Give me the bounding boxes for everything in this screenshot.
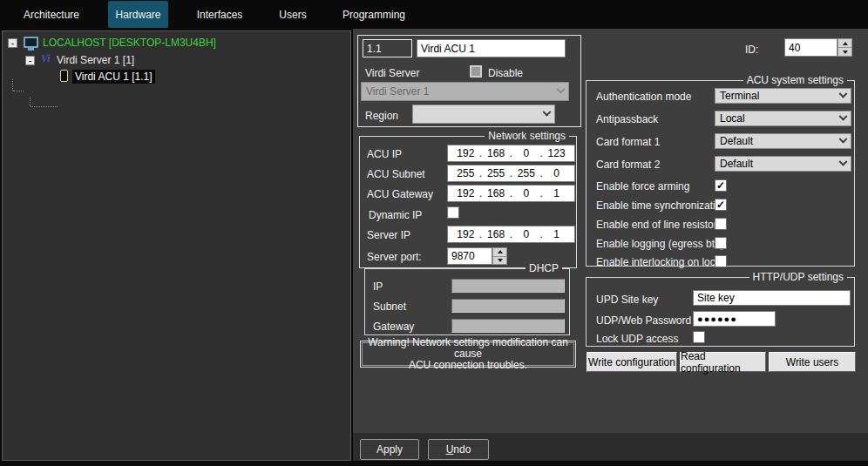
network-warning-box: Warning! Network settings modification c… (360, 341, 576, 368)
write-users-button[interactable]: Write users (769, 352, 856, 372)
write-configuration-button[interactable]: Write configuration (587, 352, 677, 372)
spin-up-button[interactable] (493, 248, 506, 257)
enable-interlocking-checkbox[interactable] (715, 255, 727, 267)
virdi-server-select: Virdi Server 1 (361, 82, 569, 101)
enable-logging-label: Enable logging (egress btn) (596, 238, 724, 250)
chevron-down-icon (839, 111, 848, 120)
warning-text-line1: Warning! Network settings modification c… (363, 337, 573, 360)
upd-site-key-label: UPD Site key (596, 294, 658, 306)
tree-connector (13, 91, 24, 91)
chevron-down-icon (557, 84, 566, 93)
enable-eol-resistors-label: Enable end of line resistors (596, 219, 722, 231)
application-window: Architecture Hardware Interfaces Users P… (0, 0, 868, 466)
tab-architecture[interactable]: Architecture (10, 1, 92, 28)
antipassback-select[interactable]: Local (715, 111, 851, 126)
server-port-input[interactable]: 9870 (447, 247, 492, 265)
card-format-1-label: Card format 1 (596, 136, 660, 148)
hardware-tree-panel: LOCALHOST [DESKTOP-LM3U4BH] Vi Virdi Ser… (2, 30, 351, 461)
acu-subnet-label: ACU Subnet (367, 168, 425, 180)
enable-force-arming-label: Enable force arming (596, 180, 689, 192)
server-port-spinner[interactable] (492, 247, 507, 265)
dynamic-ip-label: Dynamic IP (369, 209, 422, 221)
dhcp-subnet-label: Subnet (373, 301, 406, 313)
acu-ip-label: ACU IP (367, 148, 402, 160)
enable-time-sync-label: Enable time synchronization (596, 199, 727, 212)
virdi-server-icon: Vi (41, 52, 51, 65)
id-label: ID: (745, 44, 758, 56)
tree-connector (31, 106, 58, 107)
virdi-server-label: Virdi Server (365, 67, 419, 79)
dhcp-gateway-label: Gateway (373, 321, 414, 333)
tab-programming[interactable]: Programming (329, 1, 418, 28)
up-arrow-icon (498, 250, 503, 253)
spin-down-button[interactable] (838, 48, 851, 56)
http-udp-settings-title: HTTP/UDP settings (749, 271, 847, 284)
network-settings-title: Network settings (485, 130, 569, 143)
read-configuration-button[interactable]: Read configuration (680, 352, 766, 372)
acu-device-icon (60, 70, 68, 82)
chevron-down-icon (839, 157, 848, 165)
dhcp-ip-label: IP (373, 280, 383, 293)
udp-web-password-input[interactable]: ●●●●●● (693, 311, 776, 327)
enable-eol-resistors-checkbox[interactable] (715, 218, 727, 230)
lock-udp-access-label: Lock UDP access (596, 333, 678, 345)
enable-force-arming-checkbox[interactable] (715, 179, 727, 192)
device-address-field[interactable]: 1.1 (363, 39, 412, 57)
id-input[interactable]: 40 (784, 38, 837, 57)
acu-system-settings-title: ACU system settings (743, 74, 847, 87)
tree-node-virdi-server[interactable]: Virdi Server 1 [1] (57, 52, 134, 68)
dhcp-ip-field (451, 279, 565, 293)
disable-label: Disable (488, 67, 523, 79)
apply-button[interactable]: Apply (360, 439, 419, 460)
disable-checkbox[interactable] (470, 65, 482, 78)
id-spinner[interactable] (837, 38, 852, 57)
collapse-icon[interactable] (25, 56, 35, 65)
antipassback-label: Antipassback (596, 113, 658, 125)
acu-gateway-label: ACU Gateway (367, 188, 433, 200)
tree-node-localhost[interactable]: LOCALHOST [DESKTOP-LM3U4BH] (43, 35, 216, 51)
main-tab-bar: Architecture Hardware Interfaces Users P… (0, 0, 868, 29)
udp-web-password-label: UDP/Web Password (596, 314, 691, 327)
spin-up-button[interactable] (838, 39, 851, 48)
tab-hardware[interactable]: Hardware (108, 1, 168, 28)
acu-ip-input[interactable]: 192. 168. 0. 123 (447, 145, 575, 162)
chevron-down-icon (839, 134, 848, 143)
tree-node-virdi-acu[interactable]: Virdi ACU 1 [1.1] (72, 69, 155, 84)
authentication-mode-label: Authentication mode (596, 91, 691, 103)
tree-connector (12, 79, 13, 91)
enable-interlocking-label: Enable interlocking on locks (596, 256, 726, 268)
dhcp-subnet-field (451, 299, 565, 313)
dhcp-title: DHCP (526, 262, 562, 275)
server-ip-label: Server IP (367, 229, 410, 241)
lock-udp-access-checkbox[interactable] (693, 331, 705, 343)
tree-connector (30, 97, 31, 106)
dhcp-gateway-field (451, 319, 565, 333)
authentication-mode-select[interactable]: Terminal (715, 88, 851, 104)
undo-button[interactable]: Undo (428, 439, 489, 460)
acu-subnet-input[interactable]: 255. 255. 255. 0 (447, 165, 575, 182)
chevron-down-icon (839, 89, 848, 98)
card-format-1-select[interactable]: Default (715, 133, 851, 149)
server-port-label: Server port: (367, 251, 422, 263)
enable-logging-checkbox[interactable] (715, 237, 727, 249)
dynamic-ip-checkbox[interactable] (447, 206, 459, 219)
region-label: Region (365, 110, 398, 122)
acu-gateway-input[interactable]: 192. 168. 0. 1 (447, 185, 575, 202)
virdi-server-value: Virdi Server 1 (366, 85, 429, 98)
server-ip-input[interactable]: 192. 168. 0. 1 (447, 226, 575, 243)
collapse-icon[interactable] (8, 38, 17, 48)
region-select[interactable] (412, 105, 555, 124)
card-format-2-select[interactable]: Default (715, 156, 851, 172)
spin-down-button[interactable] (493, 257, 506, 265)
tab-interfaces[interactable]: Interfaces (183, 1, 256, 28)
upd-site-key-input[interactable]: Site key (693, 290, 851, 306)
down-arrow-icon (498, 259, 503, 262)
device-name-input[interactable]: Virdi ACU 1 (417, 39, 566, 57)
computer-icon (24, 37, 38, 48)
up-arrow-icon (843, 42, 848, 45)
chevron-down-icon (543, 107, 552, 116)
tab-users[interactable]: Users (267, 1, 319, 28)
down-arrow-icon (843, 51, 848, 54)
warning-text-line2: ACU connection troubles. (409, 360, 527, 371)
enable-time-sync-checkbox[interactable] (715, 199, 727, 211)
